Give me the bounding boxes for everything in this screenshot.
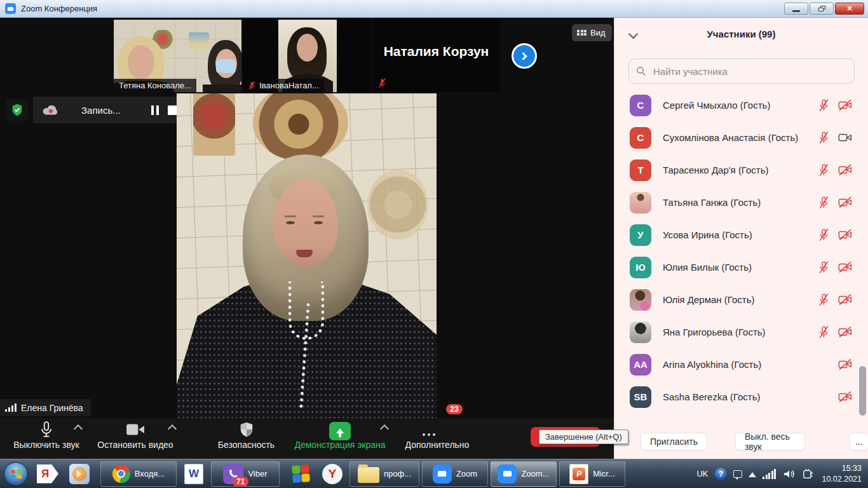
close-button[interactable]: ✕ bbox=[835, 3, 864, 15]
windows-taskbar: Я Входя... W 71 Viber Y проф... bbox=[0, 459, 868, 488]
participant-row[interactable]: Т Тарасенко Дар'я (Гость) bbox=[614, 154, 868, 186]
taskbar-folder-window[interactable]: проф... bbox=[349, 461, 419, 487]
mic-muted-icon bbox=[248, 81, 256, 90]
participants-list: С Сергей Чмыхало (Гость) С Сухомлінова А… bbox=[614, 89, 868, 413]
window-tray-icon[interactable] bbox=[733, 470, 742, 478]
camera-off-icon bbox=[838, 229, 852, 241]
grid-view-icon bbox=[577, 30, 587, 36]
invite-button[interactable]: Пригласить bbox=[641, 433, 707, 451]
mic-muted-icon bbox=[818, 163, 830, 177]
search-input[interactable] bbox=[628, 58, 855, 84]
yandex-browser-icon: Я bbox=[37, 464, 58, 484]
camera-on-icon bbox=[838, 132, 852, 144]
microphone-icon bbox=[38, 420, 55, 439]
clock[interactable]: 15:33 10.02.2021 bbox=[822, 463, 862, 485]
participant-name: Сергей Чмыхало (Гость) bbox=[663, 100, 818, 111]
participant-name: Татьяна Ганжа (Гость) bbox=[663, 197, 818, 208]
media-player-icon bbox=[69, 464, 90, 484]
camera-icon bbox=[126, 422, 145, 437]
participant-name: Яна Григорьева (Гость) bbox=[663, 327, 818, 337]
participant-avatar: С bbox=[630, 127, 651, 149]
participant-row[interactable]: С Сергей Чмыхало (Гость) bbox=[614, 89, 868, 121]
pause-recording-button[interactable] bbox=[151, 105, 159, 115]
scrollbar-thumb[interactable] bbox=[859, 366, 866, 416]
mic-muted-icon bbox=[818, 325, 830, 339]
meeting-toolbar: Выключить звук Остановить видео bbox=[0, 418, 614, 459]
taskbar-zoom-window[interactable]: Zoom bbox=[422, 461, 488, 487]
participant-row[interactable]: Татьяна Ганжа (Гость) bbox=[614, 186, 868, 219]
taskbar-yandex[interactable]: Y bbox=[318, 461, 347, 487]
video-thumbnail-1[interactable]: Тетяна Коновале... bbox=[114, 20, 241, 92]
participant-name-label: Тетяна Коновале... bbox=[114, 79, 196, 92]
mute-all-button[interactable]: Выкл. весь звук bbox=[735, 433, 805, 451]
minimize-button[interactable] bbox=[784, 3, 808, 15]
show-hidden-icons-button[interactable] bbox=[749, 468, 756, 477]
taskbar-powerpoint-window[interactable]: P Micr... bbox=[559, 461, 625, 487]
next-videos-button[interactable] bbox=[512, 43, 537, 69]
audio-level-icon bbox=[5, 403, 17, 412]
participant-name: Тарасенко Дар'я (Гость) bbox=[663, 165, 818, 175]
active-speaker-video[interactable] bbox=[177, 93, 437, 418]
puzzle-icon bbox=[292, 464, 310, 483]
participant-row[interactable]: SB Sasha Berezka (Гость) bbox=[614, 381, 868, 413]
mic-muted-icon bbox=[818, 261, 830, 274]
tray-date: 10.02.2021 bbox=[822, 474, 862, 485]
mute-button[interactable]: Выключить звук bbox=[5, 418, 88, 459]
share-screen-icon bbox=[329, 422, 351, 440]
more-button[interactable]: 23 Дополнительно bbox=[399, 418, 475, 459]
participant-name: Усова Ирина (Гость) bbox=[663, 229, 818, 240]
camera-off-icon bbox=[838, 294, 852, 306]
speaker-name-label: Елена Гринёва bbox=[0, 399, 91, 416]
power-plug-icon[interactable] bbox=[803, 468, 815, 480]
cloud-recording-icon bbox=[42, 104, 60, 117]
end-meeting-tooltip: Завершение (Alt+Q) bbox=[539, 430, 628, 444]
participant-name-label: Наталия Корзун bbox=[372, 44, 500, 59]
folder-icon bbox=[358, 467, 379, 483]
meeting-info-shield[interactable] bbox=[6, 99, 28, 121]
footer-more-button[interactable]: ... bbox=[850, 433, 868, 451]
taskbar-zoom-meeting-window[interactable]: Zoom... bbox=[491, 461, 557, 487]
participant-row[interactable]: Ю Юлия Билык (Гость) bbox=[614, 251, 868, 283]
participant-name-label: ІвановаНатал... bbox=[243, 79, 324, 92]
network-signal-icon[interactable] bbox=[763, 469, 776, 479]
taskbar-puzzle-app[interactable] bbox=[286, 461, 315, 487]
camera-off-icon bbox=[838, 326, 852, 338]
language-indicator[interactable]: UK bbox=[696, 469, 708, 478]
restore-button[interactable] bbox=[810, 3, 834, 15]
participant-row[interactable]: Юлія Дерман (Гость) bbox=[614, 283, 868, 316]
participant-avatar: Т bbox=[630, 159, 651, 181]
taskbar-viber-window[interactable]: 71 Viber bbox=[211, 461, 280, 487]
zoom-icon bbox=[433, 464, 452, 484]
participant-row[interactable]: Яна Григорьева (Гость) bbox=[614, 316, 868, 348]
participant-row[interactable]: У Усова Ирина (Гость) bbox=[614, 219, 868, 251]
zoom-icon bbox=[498, 464, 517, 484]
yandex-icon: Y bbox=[322, 464, 342, 484]
camera-off-icon bbox=[838, 164, 852, 176]
window-title: Zoom Конференция bbox=[21, 4, 97, 13]
participant-avatar bbox=[630, 322, 651, 343]
participants-panel: Участники (99) С Сергей Чмыхало (Гость) … bbox=[614, 18, 868, 459]
mic-muted-icon bbox=[818, 196, 830, 209]
taskbar-media-player[interactable] bbox=[65, 461, 94, 487]
viber-badge: 71 bbox=[233, 477, 248, 487]
taskbar-word[interactable]: W bbox=[179, 461, 208, 487]
participant-row[interactable]: AA Arina Alyokhina (Гость) bbox=[614, 348, 868, 381]
camera-off-icon bbox=[838, 391, 852, 403]
help-tray-icon[interactable]: ? bbox=[714, 468, 727, 480]
taskbar-chrome-window[interactable]: Входя... bbox=[100, 461, 177, 487]
security-button[interactable]: Безопасность bbox=[207, 418, 286, 459]
participant-avatar bbox=[630, 192, 651, 214]
video-thumbnail-2[interactable]: ІвановаНатал... bbox=[243, 20, 371, 92]
participant-name: Sasha Berezka (Гость) bbox=[663, 391, 818, 402]
video-thumbnail-3[interactable]: Наталия Корзун bbox=[372, 20, 500, 92]
stop-video-button[interactable]: Остановить видео bbox=[94, 418, 177, 459]
taskbar-yandex-browser[interactable]: Я bbox=[33, 461, 62, 487]
share-screen-button[interactable]: Демонстрация экрана bbox=[289, 418, 391, 459]
stop-recording-button[interactable] bbox=[168, 105, 177, 115]
tray-time: 15:33 bbox=[822, 463, 862, 474]
view-button[interactable]: Вид bbox=[572, 24, 612, 41]
mic-muted-icon bbox=[818, 131, 830, 144]
participant-row[interactable]: С Сухомлінова Анастасія (Гость) bbox=[614, 121, 868, 154]
start-button[interactable] bbox=[1, 461, 31, 487]
volume-icon[interactable] bbox=[782, 468, 796, 480]
